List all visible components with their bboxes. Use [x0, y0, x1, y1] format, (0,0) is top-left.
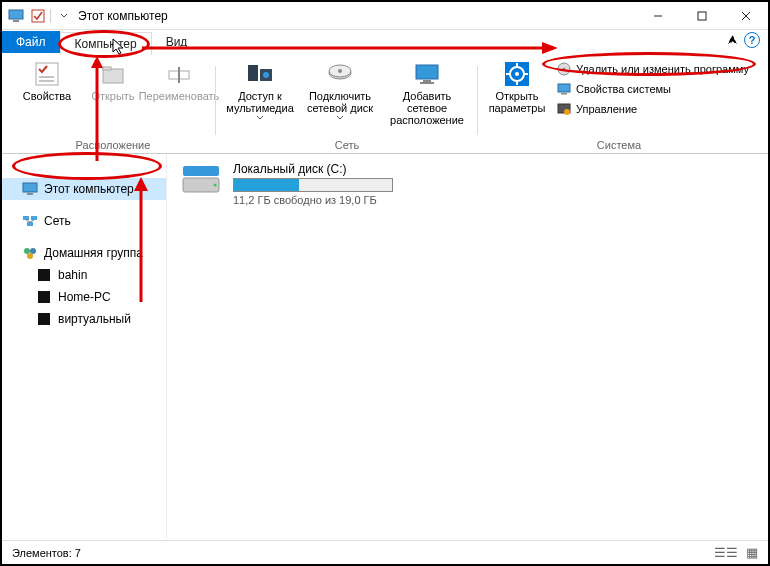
sidebar: - Этот компьютер Сеть Домашняя группа ba…: [2, 154, 167, 538]
tree-item-user[interactable]: виртуальный: [2, 308, 166, 330]
tree-user-label: Home-PC: [58, 290, 111, 304]
open-settings-button[interactable]: Открыть параметры: [484, 58, 550, 139]
ribbon-group-system: Открыть параметры Удалить или изменить п…: [478, 58, 760, 153]
close-button[interactable]: [724, 2, 768, 30]
tiles-view-icon[interactable]: ▦: [746, 545, 758, 560]
qat-dropdown-icon[interactable]: [58, 6, 70, 26]
uninstall-change-label: Удалить или изменить программу: [576, 63, 749, 75]
svg-rect-49: [183, 166, 219, 176]
tree-item-network[interactable]: Сеть: [2, 210, 166, 232]
hdd-icon: [179, 162, 223, 198]
square-icon: [36, 311, 52, 327]
pc-tree-icon: [22, 181, 38, 197]
properties-label: Свойства: [23, 90, 71, 102]
window-controls: [636, 2, 768, 30]
svg-point-43: [24, 248, 30, 254]
svg-rect-4: [698, 12, 706, 20]
cursor-icon: [112, 38, 126, 56]
open-icon: [99, 60, 127, 88]
map-drive-label: Подключить сетевой диск: [306, 90, 374, 114]
svg-point-35: [564, 109, 570, 115]
tree-network-label: Сеть: [44, 214, 71, 228]
square-icon: [36, 289, 52, 305]
svg-line-42: [30, 220, 34, 222]
tab-file[interactable]: Файл: [2, 31, 60, 53]
svg-point-16: [263, 72, 269, 78]
svg-rect-32: [558, 84, 570, 92]
window-title: Этот компьютер: [78, 9, 636, 23]
settings-icon: [503, 60, 531, 88]
minimize-ribbon-icon[interactable]: ⮝: [728, 34, 738, 45]
drive-info: Локальный диск (C:) 11,2 ГБ свободно из …: [233, 162, 393, 206]
minimize-button[interactable]: [636, 2, 680, 30]
svg-point-19: [338, 69, 342, 73]
media-access-label: Доступ к мультимедиа: [226, 90, 294, 114]
tree-this-pc-label: Этот компьютер: [44, 182, 134, 196]
rename-button: Переименовать: [148, 58, 210, 139]
tree-homegroup-label: Домашняя группа: [44, 246, 143, 260]
disc-icon: [556, 61, 572, 77]
pc-icon[interactable]: [6, 6, 26, 26]
pc-small-icon: [556, 81, 572, 97]
content-area: - Этот компьютер Сеть Домашняя группа ba…: [2, 154, 768, 538]
system-props-button[interactable]: Свойства системы: [554, 80, 754, 98]
svg-point-44: [30, 248, 36, 254]
tree-item-user[interactable]: Home-PC: [2, 286, 166, 308]
svg-rect-1: [13, 20, 19, 22]
titlebar: Этот компьютер: [2, 2, 768, 30]
svg-point-25: [515, 72, 519, 76]
manage-label: Управление: [576, 103, 637, 115]
media-access-button[interactable]: Доступ к мультимедиа: [222, 58, 298, 139]
svg-rect-48: [38, 313, 50, 325]
drive-capacity-fill: [234, 179, 299, 191]
map-drive-button[interactable]: Подключить сетевой диск: [302, 58, 378, 139]
drive-item[interactable]: Локальный диск (C:) 11,2 ГБ свободно из …: [179, 162, 756, 206]
svg-rect-46: [38, 269, 50, 281]
ribbon-group-location: Свойства Открыть Переименовать Расположе…: [10, 58, 216, 153]
svg-rect-38: [23, 216, 29, 220]
tree-item-this-pc[interactable]: Этот компьютер: [2, 178, 166, 200]
rename-label: Переименовать: [139, 90, 220, 102]
quick-access-toolbar: [2, 6, 70, 26]
rename-icon: [165, 60, 193, 88]
svg-rect-47: [38, 291, 50, 303]
maximize-button[interactable]: [680, 2, 724, 30]
manage-button[interactable]: Управление: [554, 100, 754, 118]
drive-name: Локальный диск (C:): [233, 162, 393, 176]
tab-view[interactable]: Вид: [152, 31, 202, 53]
add-net-location-button[interactable]: Добавить сетевое расположение: [382, 58, 472, 139]
group-network-label: Сеть: [335, 139, 359, 153]
svg-point-31: [563, 68, 566, 71]
tree-user-label: bahin: [58, 268, 87, 282]
details-view-icon[interactable]: ☰☰: [714, 545, 738, 560]
uninstall-change-button[interactable]: Удалить или изменить программу: [554, 60, 754, 78]
svg-line-41: [26, 220, 30, 222]
qat-separator: [50, 9, 56, 23]
properties-button[interactable]: Свойства: [16, 58, 78, 139]
svg-rect-0: [9, 10, 23, 19]
svg-rect-11: [103, 67, 111, 70]
tab-computer[interactable]: Компьютер: [60, 32, 152, 55]
svg-point-45: [27, 253, 33, 259]
svg-rect-2: [32, 10, 44, 22]
statusbar: Элементов: 7 ☰☰ ▦: [2, 540, 768, 564]
tree-item-user[interactable]: bahin: [2, 264, 166, 286]
properties-icon[interactable]: [28, 6, 48, 26]
open-label: Открыть: [91, 90, 134, 102]
main-panel[interactable]: Локальный диск (C:) 11,2 ГБ свободно из …: [167, 154, 768, 538]
open-settings-label: Открыть параметры: [488, 90, 546, 114]
svg-rect-14: [248, 65, 258, 81]
svg-rect-39: [31, 216, 37, 220]
help-icon[interactable]: ?: [744, 32, 760, 48]
group-system-label: Система: [597, 139, 641, 153]
tree-item-homegroup[interactable]: Домашняя группа: [2, 242, 166, 264]
svg-rect-36: [23, 183, 37, 192]
drive-capacity-bar: [233, 178, 393, 192]
monitor-icon: [413, 60, 441, 88]
status-items-count: Элементов: 7: [12, 547, 81, 559]
svg-point-51: [214, 184, 217, 187]
ribbon-group-network: Доступ к мультимедиа Подключить сетевой …: [216, 58, 478, 153]
ribbon: Свойства Открыть Переименовать Расположе…: [2, 54, 768, 154]
svg-rect-10: [103, 69, 123, 83]
svg-rect-21: [423, 80, 431, 82]
